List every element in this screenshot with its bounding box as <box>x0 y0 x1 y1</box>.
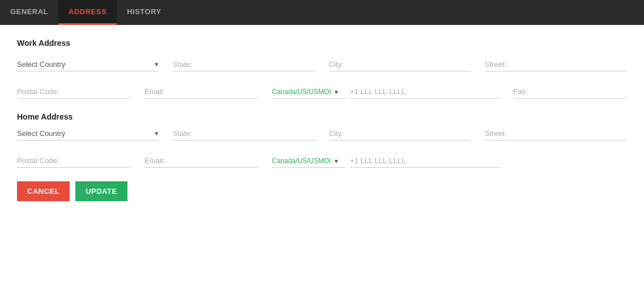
work-street-field <box>485 58 627 71</box>
home-address-title: Home Address <box>17 112 627 121</box>
work-country-select[interactable]: Select Country ▼ <box>17 58 159 71</box>
work-street-input[interactable] <box>485 58 627 71</box>
home-phone-arrow-icon: ▼ <box>334 158 339 164</box>
action-buttons: CANCEL UPDATE <box>17 181 627 201</box>
work-fax-input[interactable] <box>513 85 627 99</box>
top-navigation: GENERAL ADDRESS HISTORY <box>0 0 644 25</box>
home-country-arrow-icon: ▼ <box>153 130 159 137</box>
home-state-field <box>173 127 315 141</box>
work-email-field <box>144 85 258 99</box>
work-city-field <box>329 58 471 71</box>
home-postal-input[interactable] <box>17 154 131 168</box>
work-phone-group: Canada/US/USMOI ▼ <box>272 85 500 99</box>
work-country-field: Select Country ▼ <box>17 58 159 71</box>
home-street-input[interactable] <box>485 127 627 141</box>
home-address-row2: Canada/US/USMOI ▼ <box>17 154 627 168</box>
home-city-input[interactable] <box>329 127 471 141</box>
work-country-arrow-icon: ▼ <box>153 61 159 67</box>
work-address-row1: Select Country ▼ <box>17 58 627 71</box>
home-phone-country-select[interactable]: Canada/US/USMOI ▼ <box>272 155 346 168</box>
home-country-label: Select Country <box>17 129 65 138</box>
work-fax-field <box>513 85 627 99</box>
tab-general[interactable]: GENERAL <box>0 0 58 25</box>
work-phone-input[interactable] <box>350 85 500 99</box>
work-postal-field <box>17 85 131 99</box>
work-phone-arrow-icon: ▼ <box>334 89 339 95</box>
update-button[interactable]: UPDATE <box>75 181 127 201</box>
tab-address[interactable]: ADDRESS <box>58 0 117 25</box>
work-city-input[interactable] <box>329 58 471 71</box>
home-city-field <box>329 127 471 141</box>
home-phone-input[interactable] <box>350 154 500 168</box>
home-email-field <box>144 154 258 168</box>
home-phone-country-label: Canada/US/USMOI <box>272 157 331 165</box>
main-content: Work Address Select Country ▼ Canada/U <box>0 25 644 215</box>
home-postal-field <box>17 154 131 168</box>
home-email-input[interactable] <box>144 154 258 168</box>
tab-history[interactable]: HISTORY <box>117 0 172 25</box>
home-country-select[interactable]: Select Country ▼ <box>17 127 159 141</box>
cancel-button[interactable]: CANCEL <box>17 181 70 201</box>
work-state-field <box>173 58 315 71</box>
home-address-row1: Select Country ▼ <box>17 127 627 141</box>
home-state-input[interactable] <box>173 127 315 141</box>
work-postal-input[interactable] <box>17 85 131 99</box>
work-address-title: Work Address <box>17 39 627 48</box>
work-state-input[interactable] <box>173 58 315 71</box>
work-country-label: Select Country <box>17 60 65 69</box>
work-phone-country-select[interactable]: Canada/US/USMOI ▼ <box>272 86 346 99</box>
home-phone-group: Canada/US/USMOI ▼ <box>272 154 500 168</box>
work-phone-country-label: Canada/US/USMOI <box>272 88 331 96</box>
work-address-row2: Canada/US/USMOI ▼ <box>17 85 627 99</box>
home-country-field: Select Country ▼ <box>17 127 159 141</box>
home-street-field <box>485 127 627 141</box>
work-email-input[interactable] <box>144 85 258 99</box>
